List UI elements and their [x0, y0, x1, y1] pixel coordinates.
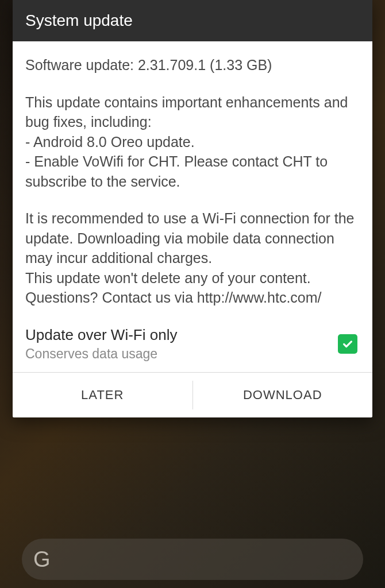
wifi-only-checkbox[interactable] — [338, 334, 357, 354]
update-bullet-2: - Enable VoWifi for CHT. Please contact … — [25, 152, 360, 191]
wifi-option-subtitle: Conserves data usage — [25, 346, 177, 362]
download-button[interactable]: DOWNLOAD — [193, 373, 373, 417]
wifi-recommendation-text: It is recommended to use a Wi-Fi connect… — [25, 208, 360, 268]
system-update-dialog: System update Software update: 2.31.709.… — [13, 0, 372, 417]
dialog-body: Software update: 2.31.709.1 (1.33 GB) Th… — [13, 41, 372, 322]
google-search-bar[interactable]: G — [22, 539, 363, 580]
later-button[interactable]: LATER — [13, 373, 192, 417]
dialog-actions: LATER DOWNLOAD — [13, 373, 372, 417]
no-delete-text: This update won't delete any of your con… — [25, 268, 360, 308]
dialog-title: System update — [13, 0, 372, 41]
update-intro-text: This update contains important enhanceme… — [25, 92, 360, 132]
software-version-line: Software update: 2.31.709.1 (1.33 GB) — [25, 55, 360, 75]
checkmark-icon — [341, 338, 354, 350]
google-logo-icon: G — [33, 547, 51, 572]
update-bullet-1: - Android 8.0 Oreo update. — [25, 132, 360, 152]
wifi-only-option[interactable]: Update over Wi-Fi only Conserves data us… — [13, 322, 372, 372]
wifi-option-text: Update over Wi-Fi only Conserves data us… — [25, 326, 177, 362]
update-description-section: This update contains important enhanceme… — [25, 92, 360, 192]
update-notes-section: It is recommended to use a Wi-Fi connect… — [25, 208, 360, 308]
wifi-option-title: Update over Wi-Fi only — [25, 326, 177, 344]
